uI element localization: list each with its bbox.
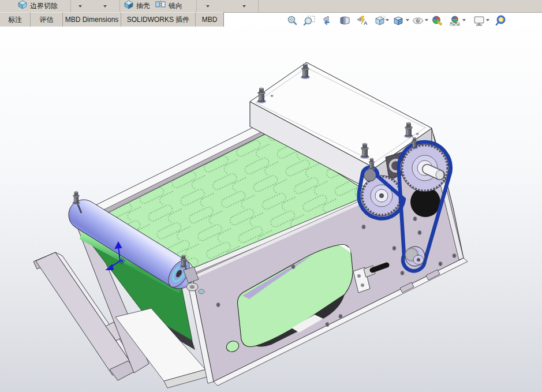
view-orientation-icon[interactable] (373, 14, 387, 27)
tab-solidworks-addins[interactable]: SOLIDWORKS 插件 (121, 12, 196, 27)
solidworks-window: 边界切除 抽壳 镜向 标注 评估 MB (0, 0, 542, 392)
toolbar-separator (258, 0, 259, 12)
edit-appearance-icon[interactable] (431, 14, 444, 27)
feature-toolbar: 边界切除 抽壳 镜向 (0, 0, 542, 13)
dropdown-caret[interactable] (79, 5, 82, 8)
apply-scene-caret[interactable] (462, 19, 466, 21)
commandmanager-tabs: 标注 评估 MBD Dimensions SOLIDWORKS 插件 MBD (0, 12, 224, 27)
display-style-caret[interactable] (406, 19, 409, 21)
toolbar-separator (196, 0, 197, 12)
toolbar-separator (70, 0, 71, 12)
dynamic-annotation-views-icon[interactable]: A (356, 14, 369, 27)
mirror-icon[interactable] (155, 0, 166, 12)
dropdown-caret[interactable] (242, 5, 246, 8)
shell-icon[interactable] (124, 0, 134, 12)
toolbar-separator (119, 0, 120, 12)
tab-mbd[interactable]: MBD (196, 12, 223, 27)
tab-mbd-dimensions[interactable]: MBD Dimensions (63, 12, 121, 27)
hide-show-items-icon[interactable] (411, 14, 425, 27)
apply-scene-icon[interactable] (448, 14, 462, 27)
view-settings-caret[interactable] (486, 19, 489, 21)
dropdown-caret[interactable] (103, 5, 107, 8)
hide-show-items-caret[interactable] (425, 19, 428, 21)
conveyor-machine-model[interactable] (0, 12, 542, 392)
svg-text:A: A (364, 20, 368, 26)
zoom-to-area-icon[interactable] (302, 14, 316, 27)
boundary-cut-icon[interactable] (17, 0, 28, 12)
previous-view-icon[interactable] (319, 14, 332, 27)
display-style-icon[interactable] (391, 14, 405, 27)
dropdown-caret[interactable] (206, 5, 210, 8)
magnifying-glass-icon[interactable] (494, 14, 508, 27)
boundary-cut-label[interactable]: 边界切除 (30, 1, 58, 11)
mirror-label[interactable]: 镜向 (169, 1, 182, 11)
tab-evaluate[interactable]: 评估 (31, 12, 63, 27)
view-orientation-caret[interactable] (386, 19, 389, 21)
tab-annotation[interactable]: 标注 (0, 12, 31, 27)
zoom-to-fit-icon[interactable] (285, 14, 299, 27)
section-view-icon[interactable] (338, 14, 352, 27)
graphics-area[interactable] (0, 12, 542, 392)
view-settings-icon[interactable] (472, 14, 486, 27)
small-drive-sprocket[interactable] (405, 247, 425, 266)
shell-label[interactable]: 抽壳 (136, 1, 150, 11)
